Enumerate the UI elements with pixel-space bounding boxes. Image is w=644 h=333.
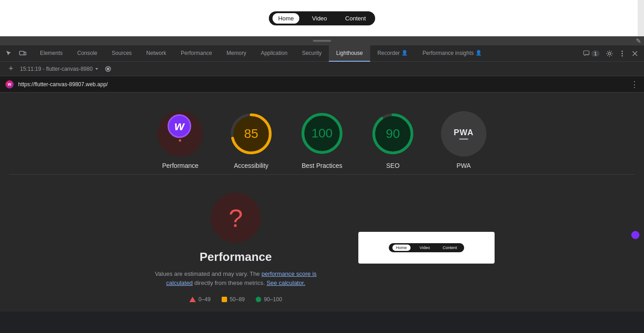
url-menu-icon[interactable]: ⋮ — [630, 79, 639, 89]
legend-range-high: 90–100 — [264, 296, 282, 303]
toolbar-right: 1 — [580, 48, 640, 59]
session-text: 15:11:19 - flutter-canvas-8980 — [20, 66, 93, 72]
detail-description: Values are estimated and may vary. The p… — [149, 269, 322, 287]
site-logo-icon: w — [168, 114, 191, 138]
pwa-label: PWA — [456, 162, 471, 169]
score-best-practices: 100 Best Practices — [287, 111, 357, 170]
browser-nav-video[interactable]: Video — [307, 13, 332, 24]
tab-recorder[interactable]: Recorder 👤 — [370, 45, 415, 62]
tab-lighthouse[interactable]: Lighthouse — [329, 45, 370, 62]
legend-red-triangle — [189, 297, 196, 302]
tab-security[interactable]: Security — [295, 45, 329, 62]
devtools-toolbar: Elements Console Sources Network Perform… — [0, 45, 644, 62]
tab-memory[interactable]: Memory — [219, 45, 253, 62]
legend-range-low: 0–49 — [198, 296, 211, 303]
tab-performance[interactable]: Performance — [173, 45, 219, 62]
detail-left: ? Performance Values are estimated and m… — [149, 193, 322, 303]
add-session-icon[interactable]: + — [5, 64, 16, 74]
devtools-tab-list: Elements Console Sources Network Perform… — [33, 45, 580, 62]
browser-scrollbar[interactable] — [638, 0, 644, 36]
session-selector[interactable]: 15:11:19 - flutter-canvas-8980 — [20, 66, 99, 72]
close-icon[interactable] — [629, 48, 640, 59]
legend-green-circle — [256, 297, 261, 302]
svg-rect-0 — [20, 51, 24, 55]
tab-application[interactable]: Application — [253, 45, 295, 62]
stop-session-icon[interactable] — [103, 64, 114, 74]
tab-network[interactable]: Network — [139, 45, 173, 62]
best-practices-value: 100 — [312, 126, 333, 141]
seo-value: 90 — [386, 127, 400, 141]
legend-low: 0–49 — [189, 296, 211, 303]
toolbar-icons — [4, 48, 28, 59]
detail-title: Performance — [200, 250, 272, 264]
accessibility-value: 85 — [244, 127, 258, 141]
legend-mid: 50–89 — [222, 296, 245, 303]
device-toggle-icon[interactable] — [17, 48, 28, 59]
tab-sources[interactable]: Sources — [104, 45, 139, 62]
purple-dot-indicator[interactable] — [631, 231, 639, 239]
legend-high: 90–100 — [256, 296, 282, 303]
pwa-circle: PWA — [441, 111, 486, 157]
scores-container: w ? Performance 85 Accessibility — [9, 106, 635, 170]
svg-point-6 — [622, 55, 623, 56]
browser-nav-content[interactable]: Content — [340, 13, 372, 24]
site-favicon: w — [5, 80, 14, 88]
accessibility-label: Accessibility — [234, 162, 268, 169]
browser-nav-home[interactable]: Home — [272, 13, 299, 24]
inspect-icon[interactable] — [4, 48, 15, 59]
url-text: https://flutter-canvas-89807.web.app/ — [18, 81, 626, 88]
preview-video: Video — [416, 245, 434, 251]
legend-row: 0–49 50–89 90–100 — [189, 296, 282, 303]
preview-nav: Home Video Content — [389, 243, 464, 252]
handle-bar-icon — [313, 40, 331, 42]
detail-right: Home Video Content — [358, 193, 495, 303]
browser-preview-area: Home Video Content — [0, 0, 644, 36]
legend-range-mid: 50–89 — [230, 296, 245, 303]
browser-nav: Home Video Content — [269, 11, 375, 25]
tab-console[interactable]: Console — [70, 45, 104, 62]
score-accessibility: 85 Accessibility — [216, 111, 287, 169]
score-pwa: PWA PWA — [428, 111, 499, 169]
tab-elements[interactable]: Elements — [33, 45, 70, 62]
browser-handle: ✎ — [0, 36, 644, 45]
preview-content: Content — [439, 245, 461, 251]
detail-performance-circle: ? — [211, 193, 261, 243]
settings-icon[interactable] — [604, 48, 615, 59]
preview-inner: Home Video Content — [358, 232, 495, 264]
pwa-dash-icon — [459, 138, 468, 140]
more-options-icon[interactable] — [617, 48, 628, 59]
pwa-text: PWA — [454, 128, 474, 137]
site-logo: w — [168, 114, 191, 138]
svg-rect-8 — [107, 68, 109, 70]
best-practices-ring: 100 — [299, 111, 345, 156]
svg-point-3 — [609, 52, 611, 54]
best-practices-label: Best Practices — [302, 162, 342, 170]
session-bar: + 15:11:19 - flutter-canvas-8980 — [0, 62, 644, 76]
lighthouse-main: w ? Performance 85 Accessibility — [0, 93, 644, 312]
scores-row: ? Performance 85 Accessibility — [145, 111, 499, 170]
accessibility-ring: 85 — [228, 111, 274, 157]
feedback-badge[interactable]: 1 — [580, 49, 602, 58]
url-bar: w https://flutter-canvas-89807.web.app/ … — [0, 76, 644, 93]
svg-rect-1 — [24, 52, 26, 55]
tab-performance-insights[interactable]: Performance insights 👤 — [415, 45, 489, 62]
desc-prefix-text: Values are estimated and may vary. The — [155, 270, 262, 277]
svg-point-5 — [622, 53, 623, 54]
performance-label: Performance — [162, 162, 198, 169]
screenshot-preview: Home Video Content — [358, 232, 495, 264]
score-seo: 90 SEO — [357, 111, 428, 169]
edit-icon: ✎ — [636, 37, 641, 44]
detail-section: ? Performance Values are estimated and m… — [9, 175, 635, 303]
svg-point-4 — [622, 50, 623, 52]
preview-home: Home — [392, 245, 411, 251]
seo-label: SEO — [386, 162, 400, 169]
calculator-link[interactable]: See calculator. — [267, 279, 305, 286]
seo-ring: 90 — [370, 111, 416, 157]
legend-orange-square — [222, 297, 227, 302]
